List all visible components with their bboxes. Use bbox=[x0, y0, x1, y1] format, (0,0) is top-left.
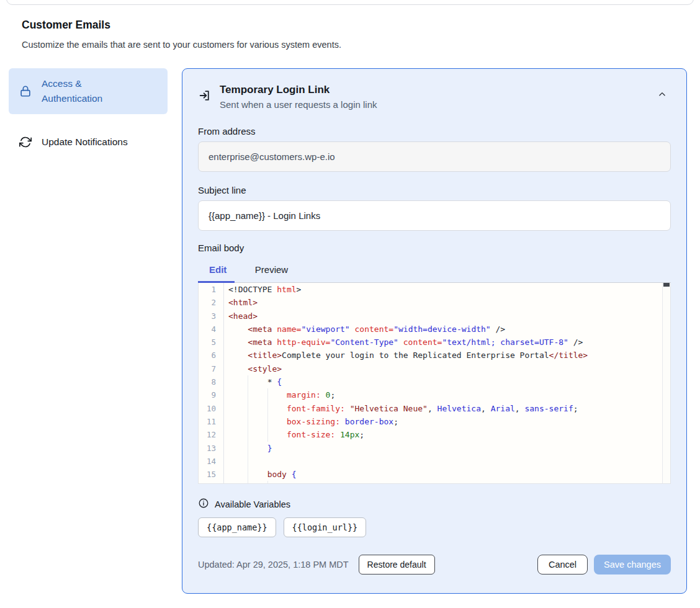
subject-line-label: Subject line bbox=[198, 185, 671, 195]
indent-guide bbox=[248, 442, 248, 455]
code-line: 9 margin: 0; bbox=[199, 388, 670, 401]
indent-guide bbox=[267, 481, 268, 484]
code-line: 12 font-size: 14px; bbox=[199, 428, 670, 441]
panel-title: Temporary Login Link bbox=[220, 84, 377, 96]
code-line: 5 <meta http-equiv="Content-Type" conten… bbox=[199, 336, 670, 349]
collapse-button[interactable] bbox=[655, 87, 670, 103]
temporary-login-link-panel: Temporary Login Link Sent when a user re… bbox=[182, 68, 687, 594]
code-line: 15 body { bbox=[199, 468, 670, 481]
editor-scrollbar-thumb[interactable] bbox=[663, 283, 670, 287]
indent-guide bbox=[248, 468, 248, 481]
chevron-up-icon bbox=[657, 91, 667, 101]
email-body-tabs: Edit Preview bbox=[198, 261, 671, 283]
updated-timestamp: Updated: Apr 29, 2025, 1:18 PM MDT bbox=[198, 560, 349, 570]
code-line: 7 <style> bbox=[199, 362, 670, 375]
sidebar-item-access-authentication[interactable]: Access & Authentication bbox=[9, 68, 168, 114]
login-icon bbox=[198, 89, 212, 110]
code-line: 10 font-family: "Helvetica Neue", Helvet… bbox=[199, 402, 670, 415]
email-body-label: Email body bbox=[198, 243, 671, 253]
panel-footer: Updated: Apr 29, 2025, 1:18 PM MDT Resto… bbox=[198, 555, 671, 574]
code-editor-lines: 1<!DOCTYPE html>2<html>3<head>4 <meta na… bbox=[199, 283, 670, 484]
variable-chip-login-url[interactable]: {{login_url}} bbox=[284, 517, 367, 537]
line-number: 15 bbox=[199, 468, 224, 481]
line-number: 12 bbox=[199, 428, 224, 441]
indent-guide bbox=[248, 428, 248, 441]
indent-guide bbox=[267, 415, 268, 428]
line-number: 8 bbox=[199, 375, 224, 388]
indent-guide bbox=[248, 388, 248, 401]
from-address-label: From address bbox=[198, 126, 671, 136]
previous-section-card-edge bbox=[6, 0, 694, 5]
line-number: 6 bbox=[199, 349, 224, 362]
line-number: 13 bbox=[199, 442, 224, 455]
available-variables-label: Available Variables bbox=[215, 499, 290, 509]
editor-scrollbar[interactable] bbox=[662, 283, 670, 483]
indent-guide bbox=[267, 428, 268, 441]
line-number: 10 bbox=[199, 402, 224, 415]
code-editor[interactable]: 1<!DOCTYPE html>2<html>3<head>4 <meta na… bbox=[198, 283, 671, 484]
panel-header-text: Temporary Login Link Sent when a user re… bbox=[220, 84, 377, 110]
code-line: 6 <title>Complete your login to the Repl… bbox=[199, 349, 670, 362]
line-number: 3 bbox=[199, 310, 224, 323]
page-header: Customer Emails Customize the emails tha… bbox=[22, 19, 580, 50]
variable-chips: {{app_name}} {{login_url}} bbox=[198, 517, 671, 537]
refresh-icon bbox=[19, 136, 32, 148]
tab-edit[interactable]: Edit bbox=[209, 261, 227, 282]
tab-preview[interactable]: Preview bbox=[255, 261, 288, 282]
sidebar-item-update-notifications[interactable]: Update Notifications bbox=[9, 127, 168, 158]
email-types-sidebar: Access & Authentication Update Notificat… bbox=[9, 68, 168, 158]
code-line: 11 box-sizing: border-box; bbox=[199, 415, 670, 428]
code-line: 13 } bbox=[199, 442, 670, 455]
line-number: 5 bbox=[199, 336, 224, 349]
sidebar-item-label: Update Notifications bbox=[42, 135, 128, 150]
save-changes-button[interactable]: Save changes bbox=[594, 555, 671, 574]
indent-guide bbox=[248, 481, 248, 484]
lock-icon bbox=[19, 84, 32, 98]
indent-guide bbox=[267, 402, 268, 415]
info-icon bbox=[198, 498, 209, 511]
page-subtitle: Customize the emails that are sent to yo… bbox=[22, 40, 580, 50]
line-number: 9 bbox=[199, 388, 224, 401]
indent-guide bbox=[248, 375, 248, 388]
code-line: 4 <meta name="viewport" content="width=d… bbox=[199, 323, 670, 336]
subject-line-input[interactable] bbox=[198, 200, 671, 231]
page-title: Customer Emails bbox=[22, 19, 580, 32]
code-line: 16 background-color: #f5f8fa; bbox=[199, 481, 670, 484]
from-address-field: From address bbox=[198, 126, 671, 172]
indent-guide bbox=[248, 415, 248, 428]
code-line: 2<html> bbox=[199, 296, 670, 309]
panel-header: Temporary Login Link Sent when a user re… bbox=[198, 84, 671, 110]
cancel-button[interactable]: Cancel bbox=[537, 555, 588, 574]
line-number: 7 bbox=[199, 362, 224, 375]
line-number: 1 bbox=[199, 283, 224, 296]
available-variables-row: Available Variables bbox=[198, 498, 671, 511]
indent-guide bbox=[267, 388, 268, 401]
code-line: 14 bbox=[199, 455, 670, 468]
line-number: 4 bbox=[199, 323, 224, 336]
panel-subtitle: Sent when a user requests a login link bbox=[220, 99, 377, 110]
sidebar-item-label: Access & Authentication bbox=[42, 76, 123, 106]
indent-guide bbox=[248, 402, 248, 415]
variable-chip-app-name[interactable]: {{app_name}} bbox=[198, 517, 276, 537]
line-number: 11 bbox=[199, 415, 224, 428]
code-line: 8 * { bbox=[199, 375, 670, 388]
subject-line-field: Subject line bbox=[198, 185, 671, 231]
code-line: 1<!DOCTYPE html> bbox=[199, 283, 670, 296]
from-address-input[interactable] bbox=[198, 141, 671, 172]
restore-default-button[interactable]: Restore default bbox=[359, 555, 435, 574]
line-number: 16 bbox=[199, 481, 224, 484]
code-line: 3<head> bbox=[199, 310, 670, 323]
indent-guide bbox=[248, 455, 248, 468]
line-number: 2 bbox=[199, 296, 224, 309]
line-number: 14 bbox=[199, 455, 224, 468]
